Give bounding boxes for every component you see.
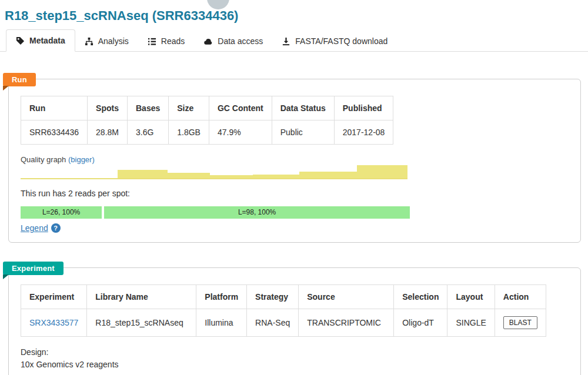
- experiment-panel: Experiment Experiment Library Name Platf…: [8, 267, 581, 375]
- quality-graph-segment: [253, 175, 299, 178]
- run-table: Run Spots Bases Size GC Content Data Sta…: [21, 96, 393, 145]
- column-header: Experiment: [21, 285, 87, 309]
- column-header: GC Content: [209, 96, 272, 120]
- design-value: 10x Genomics v2 reagents: [21, 359, 569, 371]
- table-cell: SRX3433577: [21, 309, 87, 337]
- tab-analysis[interactable]: Analysis: [75, 31, 138, 52]
- tab-reads[interactable]: Reads: [138, 31, 194, 52]
- table-header-row: Experiment Library Name Platform Strateg…: [21, 285, 546, 309]
- column-header: Platform: [196, 285, 247, 309]
- column-header: Published: [334, 96, 393, 120]
- quality-graph-label-text: Quality graph: [21, 155, 66, 164]
- tab-label: Metadata: [29, 36, 65, 45]
- experiment-badge: Experiment: [3, 262, 64, 275]
- table-cell: 2017-12-08: [334, 120, 393, 145]
- cloud-icon: [203, 37, 213, 46]
- table-cell: R18_step15_scRNAseq: [87, 309, 196, 337]
- table-cell: SINGLE: [447, 309, 495, 337]
- table-cell: 28.8M: [88, 120, 128, 145]
- quality-graph-segment: [210, 175, 252, 178]
- experiment-table: Experiment Library Name Platform Strateg…: [21, 284, 546, 337]
- column-header: Layout: [447, 285, 495, 309]
- quality-graph-segment: [299, 172, 358, 178]
- quality-graph-segment: [168, 173, 210, 178]
- list-icon: [148, 37, 156, 46]
- table-cell: BLAST: [495, 309, 546, 337]
- read-length-bars: L=26, 100%L=98, 100%: [21, 206, 410, 219]
- quality-graph-segment: [357, 165, 407, 178]
- read-length-bar: L=26, 100%: [21, 206, 102, 219]
- table-row: SRX3433577 R18_step15_scRNAseq Illumina …: [21, 309, 546, 337]
- column-header: Spots: [88, 96, 128, 120]
- bigger-link[interactable]: (bigger): [68, 155, 95, 164]
- experiment-badge-fold: [3, 274, 9, 279]
- column-header: Library Name: [87, 285, 196, 309]
- column-header: Selection: [394, 285, 447, 309]
- tab-label: Analysis: [98, 36, 129, 46]
- blast-button[interactable]: BLAST: [503, 316, 537, 329]
- quality-graph: [21, 165, 407, 179]
- table-cell: TRANSCRIPTOMIC: [299, 309, 394, 337]
- run-badge-fold: [3, 86, 9, 91]
- run-badge: Run: [3, 73, 36, 86]
- run-accession-cell: SRR6334436: [21, 120, 88, 145]
- quality-graph-segment: [118, 170, 168, 178]
- experiment-accession-link[interactable]: SRX3433577: [29, 318, 78, 327]
- table-header-row: Run Spots Bases Size GC Content Data Sta…: [21, 96, 393, 120]
- table-cell: Oligo-dT: [394, 309, 447, 337]
- tab-metadata[interactable]: Metadata: [6, 29, 75, 52]
- column-header: Strategy: [247, 285, 299, 309]
- tag-icon: [16, 36, 25, 45]
- tab-data-access[interactable]: Data access: [194, 31, 272, 52]
- sitemap-icon: [85, 37, 93, 46]
- tab-label: Data access: [218, 36, 263, 46]
- run-panel: Run Run Spots Bases Size GC Content Data…: [8, 79, 581, 243]
- reads-per-spot-text: This run has 2 reads per spot:: [21, 189, 569, 198]
- table-cell: 47.9%: [209, 120, 272, 145]
- legend-link[interactable]: Legend: [21, 223, 48, 233]
- column-header: Source: [299, 285, 394, 309]
- column-header: Size: [169, 96, 209, 120]
- column-header: Bases: [127, 96, 168, 120]
- download-icon: [282, 37, 290, 46]
- help-question-icon[interactable]: ?: [51, 223, 61, 233]
- quality-graph-label: Quality graph (bigger): [21, 155, 569, 164]
- column-header: Run: [21, 96, 88, 120]
- design-block: Design: 10x Genomics v2 reagents: [21, 346, 569, 371]
- table-cell: RNA-Seq: [247, 309, 299, 337]
- read-length-bar: L=98, 100%: [104, 206, 410, 219]
- table-cell: 3.6G: [127, 120, 168, 145]
- page-title: R18_step15_scRNAseq (SRR6334436): [5, 8, 588, 24]
- column-header: Action: [495, 285, 546, 309]
- column-header: Data Status: [272, 96, 334, 120]
- table-row: SRR6334436 28.8M 3.6G 1.8GB 47.9% Public…: [21, 120, 393, 145]
- tab-label: FASTA/FASTQ download: [295, 36, 387, 46]
- tab-fasta-fastq-download[interactable]: FASTA/FASTQ download: [272, 31, 397, 52]
- table-cell: Public: [272, 120, 334, 145]
- tab-label: Reads: [161, 36, 185, 46]
- tab-bar: Metadata Analysis Reads Data access FAST…: [0, 29, 588, 52]
- table-cell: 1.8GB: [169, 120, 209, 145]
- table-cell: Illumina: [196, 309, 247, 337]
- legend-row: Legend ?: [21, 223, 569, 233]
- design-label: Design:: [21, 346, 569, 359]
